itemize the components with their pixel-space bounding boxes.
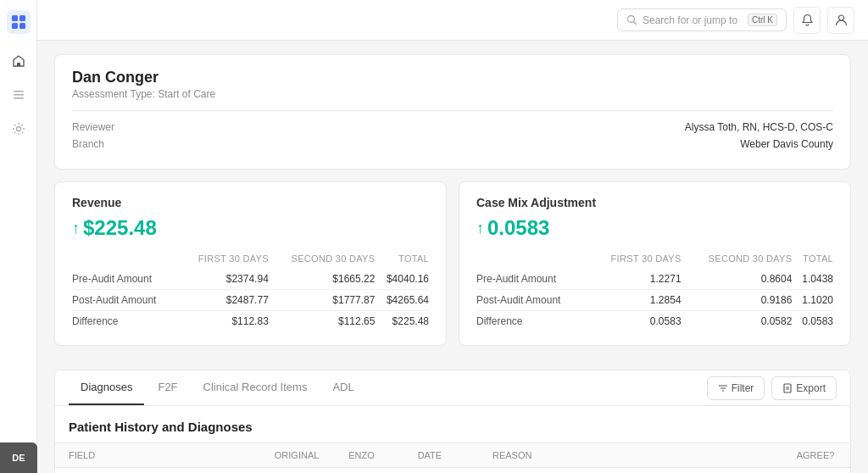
revenue-card: Revenue ↑ $225.48 FIRST 30 DAYS SECOND 3… — [54, 181, 447, 346]
svg-rect-2 — [12, 23, 18, 29]
metrics-row: Revenue ↑ $225.48 FIRST 30 DAYS SECOND 3… — [54, 181, 851, 358]
history-field: M1021a - Primary diagnosis ICD code — [55, 468, 261, 474]
history-date: 3/25/2024 — [404, 468, 479, 474]
search-icon — [626, 14, 637, 25]
history-col-date: Date — [404, 443, 479, 468]
revenue-table-row: Difference $112.83 $112.65 $225.48 — [72, 311, 429, 332]
history-table-row: M1021a - Primary diagnosis ICD code C44.… — [55, 468, 850, 474]
cm-row-total: 1.0438 — [792, 269, 833, 290]
svg-rect-3 — [19, 23, 25, 29]
revenue-row-label: Post-Audit Amount — [72, 290, 179, 311]
revenue-row-first: $2374.94 — [179, 269, 268, 290]
notifications-button[interactable] — [793, 7, 821, 34]
revenue-title: Revenue — [72, 196, 429, 209]
revenue-row-second: $1665.22 — [269, 269, 376, 290]
tab-clinical-record-items[interactable]: Clinical Record Items — [192, 370, 320, 405]
revenue-row-total: $225.48 — [375, 311, 429, 332]
patient-card: Dan Conger Assessment Type: Start of Car… — [54, 54, 851, 170]
sidebar-item-home[interactable] — [5, 47, 32, 75]
tabs-header: DiagnosesF2FClinical Record ItemsADL Fil… — [55, 370, 850, 406]
revenue-table-row: Post-Audit Amount $2487.77 $1777.87 $426… — [72, 290, 429, 311]
main-area: Search for or jump to Ctrl K Dan Conger … — [37, 0, 868, 473]
history-col-field: Field — [55, 443, 261, 468]
history-col-reason: Reason — [479, 443, 783, 468]
sidebar-logo — [7, 10, 31, 34]
filter-label: Filter — [732, 382, 754, 394]
svg-line-10 — [634, 22, 637, 25]
tab-diagnoses[interactable]: Diagnoses — [69, 370, 144, 405]
search-shortcut: Ctrl K — [748, 14, 777, 26]
reviewer-label: Reviewer — [72, 121, 114, 133]
cm-col-second: SECOND 30 DAYS — [682, 253, 793, 269]
bell-icon — [801, 14, 814, 26]
reviewer-row: Reviewer Alyssa Toth, RN, HCS-D, COS-C — [72, 121, 833, 133]
cm-row-first: 0.0583 — [588, 311, 682, 332]
filter-button[interactable]: Filter — [707, 376, 765, 400]
cm-row-second: 0.0582 — [682, 311, 793, 332]
svg-rect-4 — [17, 63, 20, 66]
cm-row-total: 0.0583 — [792, 311, 833, 332]
card-divider — [72, 110, 833, 111]
tab-adl[interactable]: ADL — [320, 370, 365, 405]
export-button[interactable]: Export — [771, 376, 837, 400]
revenue-row-second: $1777.87 — [269, 290, 376, 311]
case-mix-arrow: ↑ — [476, 220, 484, 237]
revenue-row-second: $112.65 — [269, 311, 376, 332]
tabs-actions: Filter Export — [707, 376, 837, 400]
svg-point-8 — [16, 127, 20, 131]
cm-col-label — [476, 253, 588, 269]
case-mix-table: FIRST 30 DAYS SECOND 30 DAYS TOTAL Pre-A… — [476, 253, 833, 331]
assessment-type: Assessment Type: Start of Care — [72, 88, 833, 100]
revenue-col-second: SECOND 30 DAYS — [269, 253, 376, 269]
case-mix-card: Case Mix Adjustment ↑ 0.0583 FIRST 30 DA… — [459, 181, 851, 346]
history-col-agree: Agree? — [783, 443, 850, 468]
tabs-section: DiagnosesF2FClinical Record ItemsADL Fil… — [54, 370, 851, 473]
sidebar-item-list[interactable] — [5, 81, 32, 109]
revenue-row-total: $4265.64 — [375, 290, 429, 311]
patient-history-title: Patient History and Diagnoses — [55, 406, 850, 442]
revenue-row-total: $4040.16 — [375, 269, 429, 290]
svg-point-11 — [838, 15, 843, 20]
svg-rect-6 — [14, 94, 24, 96]
cm-row-label: Pre-Audit Amount — [476, 269, 588, 290]
svg-rect-0 — [12, 15, 18, 21]
revenue-amount: $225.48 — [83, 216, 157, 240]
cm-row-label: Post-Audit Amount — [476, 290, 588, 311]
export-label: Export — [796, 382, 826, 394]
patient-history-table: FieldOriginalEnzoDateReasonAgree? M1021a… — [55, 442, 850, 473]
revenue-row-first: $112.83 — [179, 311, 268, 332]
case-mix-amount: 0.0583 — [487, 216, 549, 240]
branch-label: Branch — [72, 138, 104, 150]
history-col-original: Original — [261, 443, 335, 468]
cm-col-first: FIRST 30 DAYS — [588, 253, 682, 269]
branch-row: Branch Weber Davis County — [72, 138, 833, 150]
tab-f2f[interactable]: F2F — [146, 370, 189, 405]
search-placeholder: Search for or jump to — [643, 14, 737, 26]
filter-icon — [718, 383, 728, 393]
cm-row-label: Difference — [476, 311, 588, 332]
header: Search for or jump to Ctrl K — [37, 0, 868, 41]
cm-row-second: 0.9186 — [682, 290, 793, 311]
revenue-col-total: TOTAL — [375, 253, 429, 269]
revenue-value: ↑ $225.48 — [72, 216, 429, 240]
export-icon — [782, 383, 793, 393]
revenue-col-label — [72, 253, 179, 269]
history-col-enzo: Enzo — [335, 443, 403, 468]
user-badge: DE — [0, 442, 37, 473]
user-profile-button[interactable] — [827, 7, 854, 34]
casemix-table-row: Pre-Audit Amount 1.2271 0.8604 1.0438 — [476, 269, 833, 290]
cm-row-first: 1.2271 — [588, 269, 682, 290]
svg-rect-15 — [784, 384, 791, 392]
revenue-row-label: Pre-Audit Amount — [72, 269, 179, 290]
history-reason: Spinal stenosis, lumbar region with neur… — [479, 468, 783, 474]
user-icon — [835, 14, 848, 26]
svg-rect-5 — [14, 91, 24, 92]
branch-value: Weber Davis County — [740, 138, 833, 150]
cm-col-total: TOTAL — [792, 253, 833, 269]
revenue-table: FIRST 30 DAYS SECOND 30 DAYS TOTAL Pre-A… — [72, 253, 429, 331]
search-bar[interactable]: Search for or jump to Ctrl K — [617, 8, 787, 31]
content-area: Dan Conger Assessment Type: Start of Car… — [37, 41, 868, 473]
revenue-arrow: ↑ — [72, 220, 80, 237]
sidebar-item-settings[interactable] — [5, 115, 32, 142]
tabs-container: DiagnosesF2FClinical Record ItemsADL — [69, 370, 368, 405]
